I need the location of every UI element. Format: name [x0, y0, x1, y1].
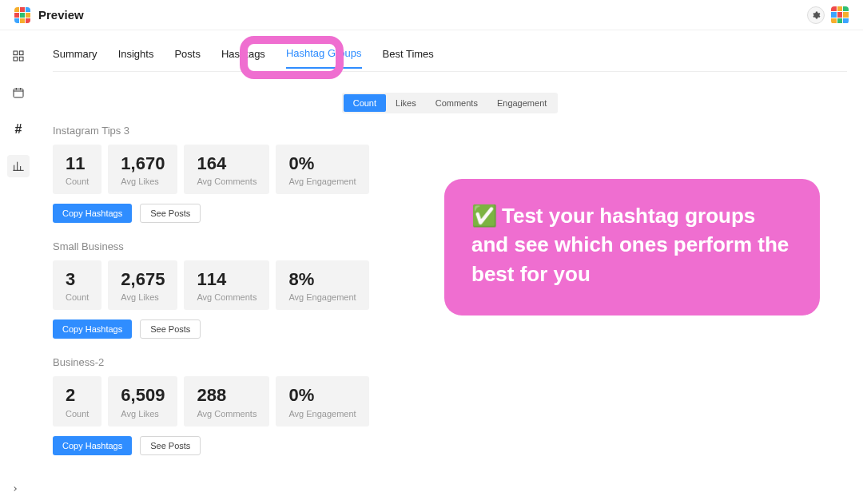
svg-rect-1 [19, 51, 23, 55]
stat-value: 2,675 [121, 270, 165, 289]
svg-rect-3 [19, 57, 23, 61]
settings-button[interactable] [807, 6, 825, 24]
stat-value: 0% [288, 386, 356, 405]
gear-icon [811, 10, 821, 20]
stat-value: 288 [197, 386, 257, 405]
stat-value: 114 [197, 270, 257, 289]
tab-insights[interactable]: Insights [118, 48, 154, 68]
stat-value: 6,509 [121, 386, 165, 405]
stat-label: Avg Likes [121, 177, 165, 186]
svg-rect-4 [14, 89, 23, 97]
tab-posts[interactable]: Posts [174, 48, 201, 68]
nav-calendar-icon[interactable] [7, 81, 30, 104]
stat-label: Avg Comments [197, 292, 257, 302]
copy-hashtags-button[interactable]: Copy Hashtags [53, 204, 132, 223]
stat-label: Count [66, 409, 89, 419]
stat-label: Avg Engagement [288, 409, 356, 419]
copy-hashtags-button[interactable]: Copy Hashtags [53, 436, 132, 455]
stat-label: Avg Engagement [288, 292, 356, 302]
svg-rect-0 [14, 51, 18, 55]
stat-card-avg-likes: 1,670 Avg Likes [108, 145, 177, 194]
sidebar-expand-chevron-icon[interactable] [11, 482, 19, 496]
stat-value: 0% [288, 154, 356, 173]
stat-card-avg-likes: 6,509 Avg Likes [108, 376, 177, 426]
stat-card-avg-likes: 2,675 Avg Likes [108, 260, 177, 310]
segment-engagement[interactable]: Engagement [487, 94, 556, 112]
see-posts-button[interactable]: See Posts [140, 319, 201, 339]
checkmark-icon: ✅ [471, 201, 497, 230]
stat-label: Avg Comments [197, 177, 257, 186]
stat-label: Avg Engagement [288, 177, 356, 186]
stat-card-count: 3 Count [53, 260, 101, 310]
app-logo-icon [14, 7, 30, 23]
stat-label: Avg Likes [121, 409, 165, 419]
group-title: Business-2 [53, 356, 847, 368]
tutorial-callout-text: ✅Test your hashtag groups and see which … [471, 201, 793, 288]
group-title: Instagram Tips 3 [53, 125, 847, 137]
tab-hashtags[interactable]: Hashtags [221, 48, 265, 68]
stat-card-avg-engagement: 8% Avg Engagement [276, 260, 368, 310]
see-posts-button[interactable]: See Posts [140, 436, 201, 455]
tab-best-times[interactable]: Best Times [383, 48, 434, 68]
sidebar: # [0, 30, 37, 177]
group-stats-row: 2 Count 6,509 Avg Likes 288 Avg Comments… [53, 376, 847, 426]
stat-value: 1,670 [121, 154, 165, 173]
stat-card-avg-comments: 114 Avg Comments [184, 260, 269, 310]
segment-likes[interactable]: Likes [386, 94, 426, 112]
stat-value: 11 [66, 154, 89, 173]
group-actions: Copy Hashtags See Posts [53, 319, 847, 339]
metric-segmented-control: Count Likes Comments Engagement [53, 93, 847, 113]
nav-hashtag-icon[interactable]: # [7, 118, 30, 141]
segment-comments[interactable]: Comments [426, 94, 487, 112]
group-actions: Copy Hashtags See Posts [53, 436, 847, 455]
nav-grid-icon[interactable] [7, 45, 30, 67]
stat-card-avg-engagement: 0% Avg Engagement [276, 145, 368, 194]
app-header: Preview [0, 0, 863, 30]
stat-label: Count [66, 177, 89, 186]
stat-value: 164 [197, 154, 257, 173]
stat-card-avg-comments: 288 Avg Comments [184, 376, 269, 426]
see-posts-button[interactable]: See Posts [140, 204, 201, 223]
tutorial-callout: ✅Test your hashtag groups and see which … [444, 179, 820, 315]
stat-label: Avg Comments [197, 409, 257, 419]
stat-card-avg-engagement: 0% Avg Engagement [276, 376, 368, 426]
stat-label: Avg Likes [121, 292, 165, 302]
segment-count[interactable]: Count [344, 94, 386, 112]
tab-hashtag-groups[interactable]: Hashtag Groups [286, 47, 362, 69]
app-title: Preview [38, 8, 84, 22]
callout-message: Test your hashtag groups and see which o… [471, 204, 789, 286]
account-avatar[interactable] [831, 6, 849, 24]
stat-value: 8% [288, 270, 356, 289]
tab-summary[interactable]: Summary [53, 48, 97, 68]
stat-card-count: 2 Count [53, 376, 101, 426]
analytics-tabs: Summary Insights Posts Hashtags Hashtag … [53, 45, 847, 72]
copy-hashtags-button[interactable]: Copy Hashtags [53, 319, 132, 339]
nav-analytics-icon[interactable] [7, 155, 30, 177]
svg-rect-2 [14, 57, 18, 61]
stat-value: 2 [66, 386, 89, 405]
stat-card-count: 11 Count [53, 145, 101, 194]
stat-value: 3 [66, 270, 89, 289]
stat-card-avg-comments: 164 Avg Comments [184, 145, 269, 194]
stat-label: Count [66, 292, 89, 302]
